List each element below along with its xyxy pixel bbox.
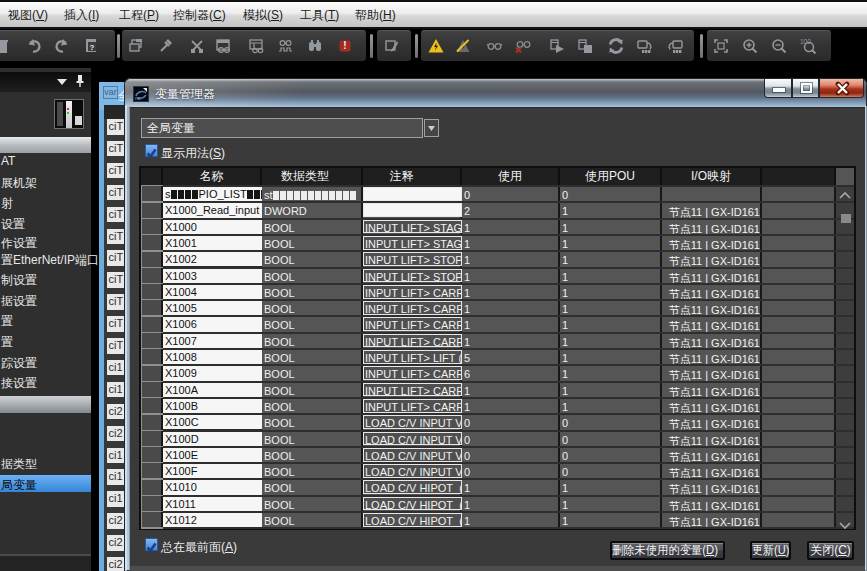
svg-text:!: ! xyxy=(343,40,346,51)
svg-text:no: no xyxy=(135,95,141,101)
svg-text:?: ? xyxy=(90,43,95,52)
